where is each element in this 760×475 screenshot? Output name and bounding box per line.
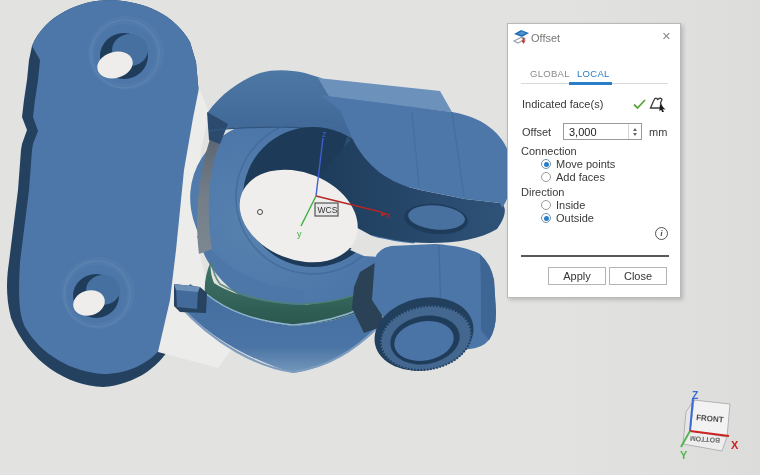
svg-text:X: X [731, 439, 739, 451]
svg-text:x: x [386, 210, 391, 220]
svg-text:y: y [297, 229, 302, 239]
svg-text:z: z [322, 129, 327, 139]
svg-text:Z: Z [692, 389, 699, 401]
svg-text:Y: Y [680, 449, 688, 461]
svg-text:WCS: WCS [318, 205, 338, 215]
